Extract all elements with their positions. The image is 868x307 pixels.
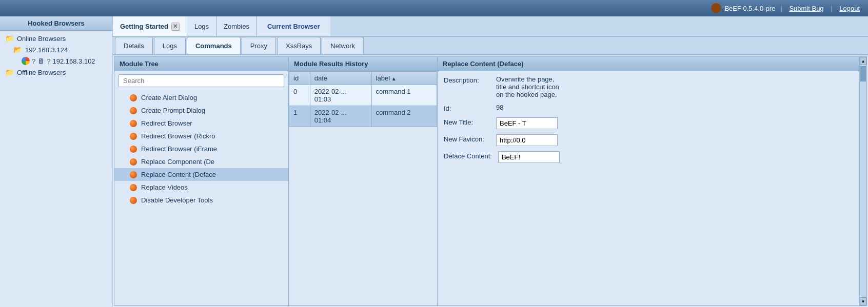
- module-item-label: Replace Content (Deface: [141, 171, 216, 178]
- id-row: Id: 98: [444, 104, 860, 112]
- module-item-label: Create Alert Dialog: [141, 94, 197, 101]
- scroll-down-btn[interactable]: ▼: [860, 297, 866, 305]
- new-favicon-input[interactable]: [496, 134, 558, 146]
- tab-zombies[interactable]: Zombies: [216, 16, 257, 36]
- tab-bar-sub: Details Logs Commands Proxy XssRays Netw…: [113, 37, 868, 55]
- separator1: |: [780, 5, 782, 12]
- sub-tab-logs-label: Logs: [163, 42, 177, 50]
- ip-label-1: 192.168.3.124: [25, 46, 68, 54]
- replace-content-header: Replace Content (Deface): [438, 57, 866, 71]
- sidebar: Hooked Browsers 📁 Online Browsers 📂 192.…: [0, 16, 113, 307]
- module-item-label: Redirect Browser (Rickro: [141, 132, 215, 140]
- deface-content-input[interactable]: [498, 151, 560, 163]
- online-browsers-label: Online Browsers: [17, 35, 66, 43]
- tab-getting-started[interactable]: Getting Started ✕: [113, 16, 187, 36]
- tab-zombies-label: Zombies: [224, 23, 249, 30]
- new-title-label: New Title:: [444, 117, 490, 126]
- new-favicon-row: New Favicon:: [444, 134, 860, 146]
- scroll-up-btn[interactable]: ▲: [860, 57, 866, 65]
- orange-dot-icon: [130, 197, 137, 204]
- beef-icon: [711, 3, 721, 13]
- content-area: Module Tree Create Alert Dialog Create P…: [114, 56, 867, 306]
- module-item-redirect-iframe[interactable]: Redirect Browser (iFrame: [114, 142, 288, 155]
- col-date[interactable]: date: [310, 72, 371, 85]
- sidebar-item-192-168-3-124[interactable]: 📂 192.168.3.124: [3, 44, 109, 55]
- module-item-redirect-rickroll[interactable]: Redirect Browser (Rickro: [114, 130, 288, 142]
- detail-form: Description: Overwrite the page,title an…: [438, 71, 866, 167]
- sidebar-item-online-browsers[interactable]: 📁 Online Browsers: [3, 33, 109, 44]
- search-input[interactable]: [119, 74, 284, 87]
- orange-dot-icon: [130, 158, 137, 166]
- offline-browsers-label: Offline Browsers: [17, 69, 66, 76]
- ip-label-2: 192.168.3.102: [52, 57, 95, 65]
- module-item-redirect-browser[interactable]: Redirect Browser: [114, 117, 288, 130]
- tab-logs-label: Logs: [194, 23, 209, 30]
- results-table: id date label 0 2022-02-...01:03 command…: [289, 71, 437, 127]
- tab-close-icon[interactable]: ✕: [171, 23, 180, 31]
- logout-link[interactable]: Logout: [839, 5, 860, 12]
- scroll-thumb[interactable]: [860, 66, 866, 81]
- sidebar-item-offline-browsers[interactable]: 📁 Offline Browsers: [3, 67, 109, 78]
- main-layout: Hooked Browsers 📁 Online Browsers 📂 192.…: [0, 16, 868, 307]
- submit-bug-link[interactable]: Submit Bug: [789, 5, 823, 12]
- deface-content-row: Deface Content:: [444, 151, 860, 163]
- module-results-panel: Module Results History id date label 0 2…: [289, 57, 438, 305]
- sidebar-item-browser[interactable]: ? 🖥 ? 192.168.3.102: [3, 55, 109, 67]
- col-id[interactable]: id: [289, 72, 310, 85]
- app-name: BeEF 0.5.4.0-pre: [724, 5, 775, 12]
- orange-dot-icon: [130, 107, 137, 114]
- folder-open-icon: 📂: [13, 46, 22, 54]
- sub-tab-network-label: Network: [330, 42, 355, 50]
- sub-tab-details[interactable]: Details: [115, 37, 153, 54]
- module-item-create-prompt[interactable]: Create Prompt Dialog: [114, 104, 288, 117]
- module-item-disable-devtools[interactable]: Disable Developer Tools: [114, 194, 288, 207]
- table-row[interactable]: 0 2022-02-...01:03 command 1: [289, 85, 437, 106]
- module-results-header: Module Results History: [289, 57, 437, 71]
- orange-dot-icon: [130, 184, 137, 191]
- module-item-create-alert[interactable]: Create Alert Dialog: [114, 91, 288, 104]
- sub-tab-xssrays-label: XssRays: [286, 42, 312, 50]
- vertical-scrollbar[interactable]: ▲ ▼: [859, 57, 866, 305]
- description-row: Description: Overwrite the page,title an…: [444, 75, 860, 98]
- sub-tab-commands[interactable]: Commands: [187, 37, 241, 54]
- sub-tab-details-label: Details: [124, 42, 144, 50]
- sub-tab-commands-label: Commands: [195, 42, 232, 50]
- tab-logs[interactable]: Logs: [187, 16, 216, 36]
- table-row[interactable]: 1 2022-02-...01:04 command 2: [289, 106, 437, 127]
- orange-dot-icon: [130, 146, 137, 153]
- question-mark-1: ?: [32, 57, 35, 65]
- col-label[interactable]: label: [371, 72, 437, 85]
- orange-dot-icon: [130, 120, 137, 127]
- tab-current-browser[interactable]: Current Browser: [257, 16, 330, 36]
- new-favicon-label: New Favicon:: [444, 134, 490, 143]
- sidebar-header: Hooked Browsers: [0, 16, 112, 31]
- orange-dot-icon: [130, 133, 137, 140]
- orange-dot-icon: [130, 94, 137, 101]
- description-value: Overwrite the page,title and shortcut ic…: [496, 75, 559, 98]
- module-item-replace-component[interactable]: Replace Component (De: [114, 155, 288, 168]
- sub-tab-xssrays[interactable]: XssRays: [277, 37, 321, 54]
- module-item-label: Replace Videos: [141, 183, 188, 191]
- right-panel: Getting Started ✕ Logs Zombies Current B…: [113, 16, 868, 307]
- top-bar: BeEF 0.5.4.0-pre | Submit Bug | Logout: [0, 0, 868, 16]
- new-title-row: New Title:: [444, 117, 860, 129]
- sub-tab-network[interactable]: Network: [322, 37, 364, 54]
- cell-date: 2022-02-...01:03: [310, 85, 371, 106]
- deface-content-label: Deface Content:: [444, 151, 492, 160]
- question-mark-2: ?: [47, 57, 50, 65]
- cell-id: 1: [289, 106, 310, 127]
- module-item-label: Redirect Browser (iFrame: [141, 145, 217, 153]
- replace-content-panel: Replace Content (Deface) Description: Ov…: [438, 57, 866, 305]
- module-item-replace-content[interactable]: Replace Content (Deface: [114, 168, 288, 181]
- sub-tab-logs[interactable]: Logs: [154, 37, 186, 54]
- module-item-label: Disable Developer Tools: [141, 196, 213, 204]
- module-item-label: Replace Component (De: [141, 158, 214, 166]
- sidebar-content: 📁 Online Browsers 📂 192.168.3.124 ? 🖥 ? …: [0, 31, 112, 80]
- sub-tab-proxy-label: Proxy: [250, 42, 267, 50]
- new-title-input[interactable]: [496, 117, 558, 129]
- id-value: 98: [496, 104, 503, 111]
- folder-icon: 📁: [5, 34, 14, 43]
- sub-tab-proxy[interactable]: Proxy: [242, 37, 276, 54]
- id-label: Id:: [444, 104, 490, 112]
- module-item-replace-videos[interactable]: Replace Videos: [114, 181, 288, 194]
